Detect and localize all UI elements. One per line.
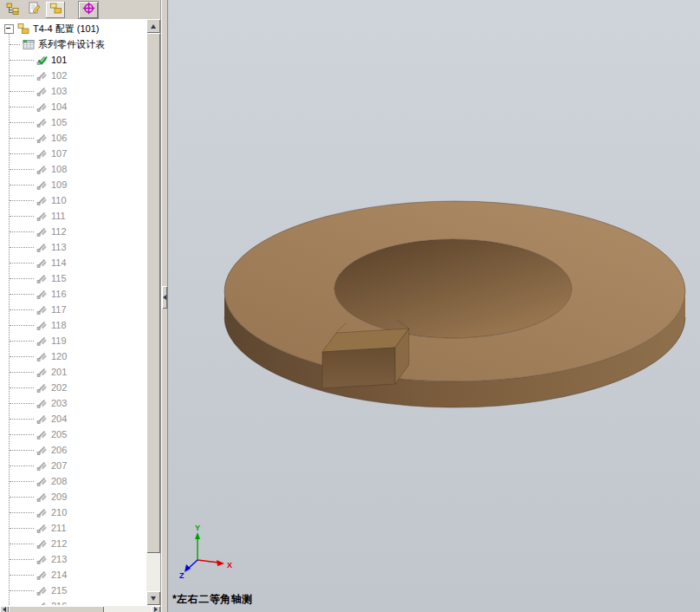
config-item-204[interactable]: 204 [0,411,160,426]
collapse-expander[interactable] [4,24,14,34]
config-label: 202 [51,382,67,393]
config-item-205[interactable]: 205 [0,426,160,442]
config-item-118[interactable]: 118 [0,317,160,333]
panel-splitter[interactable] [161,0,168,612]
config-label: 215 [51,585,67,596]
lock-washer-model[interactable] [168,0,700,612]
triad-x-label: X [227,561,232,570]
config-item-206[interactable]: 206 [0,442,160,458]
config-item-101[interactable]: 101 [0,52,160,68]
config-item-203[interactable]: 203 [0,395,160,411]
config-item-115[interactable]: 115 [0,270,160,286]
configuration-icon [36,601,48,606]
configurations-root-icon [17,23,29,35]
config-item-216[interactable]: 216 [0,598,160,605]
config-item-214[interactable]: 214 [0,567,160,583]
tree-connector [10,294,34,295]
config-item-113[interactable]: 113 [0,239,160,255]
vertical-scroll-thumb[interactable] [146,33,160,553]
scroll-left-button[interactable] [0,606,9,612]
configuration-root-item[interactable]: T4-4 配置 (101) [0,21,160,36]
config-label: 116 [51,289,67,299]
config-label: 110 [51,195,67,205]
configuration-icon [36,367,48,378]
config-label: 201 [51,367,67,377]
config-item-108[interactable]: 108 [0,161,160,177]
solidworks-window: T4-4 配置 (101) 系列零件设计表 101 102 103 [0,0,700,612]
config-label: 209 [51,492,67,502]
3d-viewport[interactable]: Y X Z *左右二等角轴测 [168,0,700,612]
selection-crosshair-icon [82,2,95,18]
tree-connector [10,247,34,248]
config-item-112[interactable]: 112 [0,224,160,239]
configuration-icon [36,445,48,456]
configuration-icon [36,554,48,565]
config-item-213[interactable]: 213 [0,551,160,567]
config-label: 109 [51,179,67,190]
config-label: 104 [51,101,67,112]
config-item-117[interactable]: 117 [0,302,160,317]
tree-connector [10,169,34,170]
tree-connector [10,528,34,529]
config-label: 210 [51,507,67,518]
config-label: 216 [51,601,67,605]
configuration-icon [36,179,48,191]
horizontal-scrollbar[interactable] [0,605,160,612]
config-item-111[interactable]: 111 [0,208,160,224]
config-item-119[interactable]: 119 [0,333,160,348]
configuration-icon [36,523,48,534]
config-item-201[interactable]: 201 [0,364,160,380]
design-table-item[interactable]: 系列零件设计表 [0,36,160,52]
config-item-106[interactable]: 106 [0,130,160,146]
config-item-207[interactable]: 207 [0,458,160,473]
config-label: 117 [51,304,67,315]
config-label: 203 [51,398,67,408]
config-label: 214 [51,570,67,580]
configuration-icon [36,351,48,362]
tree-connector [10,231,34,232]
tree-connector [10,544,34,544]
panel-tab-bar [0,0,160,20]
tab-selection-crosshair[interactable] [78,1,99,19]
horizontal-scroll-thumb[interactable] [9,606,104,612]
config-item-105[interactable]: 105 [0,114,160,130]
config-label: 205 [51,429,67,439]
config-item-211[interactable]: 211 [0,520,160,536]
config-item-103[interactable]: 103 [0,83,160,99]
scroll-right-button[interactable] [152,606,160,612]
config-item-110[interactable]: 110 [0,192,160,208]
config-label: 212 [51,538,67,549]
config-item-120[interactable]: 120 [0,348,160,364]
triad-z-label: Z [179,571,185,580]
configuration-icon [36,492,48,503]
config-label: 113 [51,242,67,252]
configuration-icon [36,382,48,394]
tab-propertymanager[interactable] [24,2,43,18]
config-item-202[interactable]: 202 [0,380,160,395]
panel-collapse-handle[interactable] [162,286,167,309]
scroll-up-button[interactable] [146,19,160,33]
configuration-icon [36,429,48,440]
config-label: 118 [51,320,67,330]
configuration-icon [36,101,48,113]
config-item-107[interactable]: 107 [0,146,160,161]
vertical-scrollbar[interactable] [146,19,160,605]
config-label: 103 [51,86,67,96]
config-item-104[interactable]: 104 [0,99,160,114]
tree-connector [10,216,34,217]
scroll-down-button[interactable] [146,591,160,605]
config-item-215[interactable]: 215 [0,583,160,598]
configuration-icon [36,320,48,331]
config-label: 114 [51,257,67,268]
config-item-114[interactable]: 114 [0,255,160,270]
configuration-icon [36,164,48,175]
config-item-116[interactable]: 116 [0,286,160,302]
config-item-209[interactable]: 209 [0,489,160,505]
config-item-210[interactable]: 210 [0,505,160,520]
config-item-102[interactable]: 102 [0,68,160,83]
tab-featuremanager[interactable] [3,2,22,18]
tab-configurationmanager[interactable] [46,2,65,18]
config-item-212[interactable]: 212 [0,536,160,551]
config-item-208[interactable]: 208 [0,473,160,489]
config-item-109[interactable]: 109 [0,177,160,192]
